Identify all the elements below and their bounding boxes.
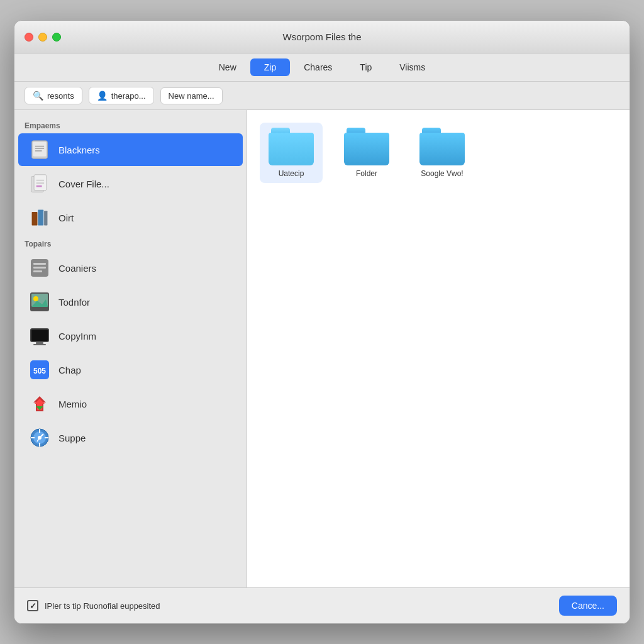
- svg-rect-23: [36, 342, 43, 344]
- uatecip-name: Uatecip: [279, 169, 304, 178]
- tab-viisms[interactable]: Viisms: [386, 58, 439, 76]
- sidebar-item-todnfor[interactable]: Todnfor: [18, 286, 243, 318]
- folder-folder-icon: [344, 128, 389, 165]
- bottom-label: IPler ts tip Ruonofial euppesited: [45, 601, 160, 611]
- coaniers-icon: [28, 257, 51, 279]
- svg-rect-15: [33, 267, 46, 269]
- bottom-bar: ✓ IPler ts tip Ruonofial euppesited Canc…: [14, 587, 630, 623]
- toolbar: 🔍 resonts 👤 therapo... New name...: [14, 82, 630, 110]
- copyinm-label: CopyInm: [58, 331, 96, 341]
- main-content: Empaems Blackners: [14, 110, 630, 587]
- sidebar-item-oirt[interactable]: Oirt: [18, 201, 243, 234]
- checkbox-area: ✓ IPler ts tip Ruonofial euppesited: [27, 600, 160, 611]
- new-name-button[interactable]: New name...: [160, 87, 223, 104]
- copyinm-icon: [28, 325, 51, 347]
- resonts-button[interactable]: 🔍 resonts: [25, 87, 82, 104]
- blackners-label: Blackners: [58, 145, 100, 155]
- checkbox[interactable]: ✓: [27, 600, 38, 611]
- cancel-button[interactable]: Cance...: [559, 596, 617, 616]
- file-item-soogle-vwo[interactable]: Soogle Vwo!: [411, 123, 474, 183]
- soogle-vwo-folder-icon: [419, 128, 465, 165]
- sidebar: Empaems Blackners: [14, 110, 247, 587]
- file-item-uatecip[interactable]: Uatecip: [260, 123, 323, 183]
- soogle-vwo-name: Soogle Vwo!: [421, 169, 463, 178]
- svg-rect-16: [33, 270, 42, 272]
- title-bar: Wsorpom Files the: [14, 21, 630, 53]
- file-area: Uatecip Folder Soogle Vwo!: [247, 110, 630, 587]
- svg-rect-12: [44, 211, 47, 225]
- therapo-label: therapo...: [111, 91, 146, 101]
- chap-icon: 505: [28, 358, 51, 381]
- todnfor-label: Todnfor: [58, 297, 90, 308]
- cover-file-icon: [28, 172, 51, 195]
- oirt-icon: [28, 206, 51, 229]
- cover-file-label: Cover File...: [58, 179, 109, 189]
- folder-name: Folder: [356, 169, 377, 178]
- sidebar-item-copyinm[interactable]: CopyInm: [18, 319, 243, 352]
- tab-zip[interactable]: Zip: [250, 58, 290, 76]
- file-item-folder[interactable]: Folder: [335, 123, 398, 183]
- maximize-button[interactable]: [52, 33, 61, 42]
- sidebar-item-cover-file[interactable]: Cover File...: [18, 167, 243, 200]
- tab-bar: New Zip Chares Tip Viisms: [14, 53, 630, 82]
- close-button[interactable]: [25, 33, 33, 42]
- new-name-label: New name...: [169, 91, 214, 101]
- coaniers-label: Coaniers: [58, 263, 96, 274]
- minimize-button[interactable]: [38, 33, 47, 42]
- svg-rect-1: [33, 142, 46, 157]
- sidebar-item-suppe[interactable]: Suppe: [18, 421, 243, 454]
- svg-text:505: 505: [33, 367, 46, 375]
- sidebar-item-memio[interactable]: Memio: [18, 387, 243, 420]
- svg-point-19: [33, 296, 38, 301]
- search-icon: 🔍: [33, 91, 43, 101]
- suppe-icon: [28, 426, 51, 449]
- tab-new[interactable]: New: [205, 58, 250, 76]
- resonts-label: resonts: [47, 91, 74, 101]
- chap-label: Chap: [58, 365, 81, 375]
- traffic-lights: [25, 33, 61, 42]
- uatecip-folder-icon: [269, 128, 314, 165]
- main-window: Wsorpom Files the New Zip Chares Tip Vii…: [14, 20, 630, 624]
- therapo-button[interactable]: 👤 therapo...: [89, 87, 154, 104]
- svg-rect-22: [31, 330, 48, 341]
- svg-rect-11: [38, 210, 43, 226]
- sidebar-item-coaniers[interactable]: Coaniers: [18, 252, 243, 284]
- person-icon: 👤: [97, 91, 108, 101]
- memio-label: Memio: [58, 399, 87, 409]
- oirt-label: Oirt: [58, 213, 74, 223]
- todnfor-icon: [28, 291, 51, 313]
- svg-rect-9: [36, 186, 42, 187]
- tab-chares[interactable]: Chares: [290, 58, 346, 76]
- sidebar-item-chap[interactable]: 505 Chap: [18, 353, 243, 386]
- svg-rect-10: [32, 212, 38, 225]
- svg-rect-24: [33, 344, 46, 345]
- sidebar-item-blackners[interactable]: Blackners: [18, 133, 243, 166]
- suppe-label: Suppe: [58, 433, 86, 443]
- tab-tip[interactable]: Tip: [346, 58, 386, 76]
- svg-rect-14: [33, 263, 46, 265]
- window-title: Wsorpom Files the: [282, 31, 361, 42]
- memio-icon: [28, 392, 51, 415]
- blackners-icon: [28, 138, 51, 161]
- section-empaems-label: Empaems: [14, 116, 247, 133]
- section-topairs-label: Topairs: [14, 235, 247, 251]
